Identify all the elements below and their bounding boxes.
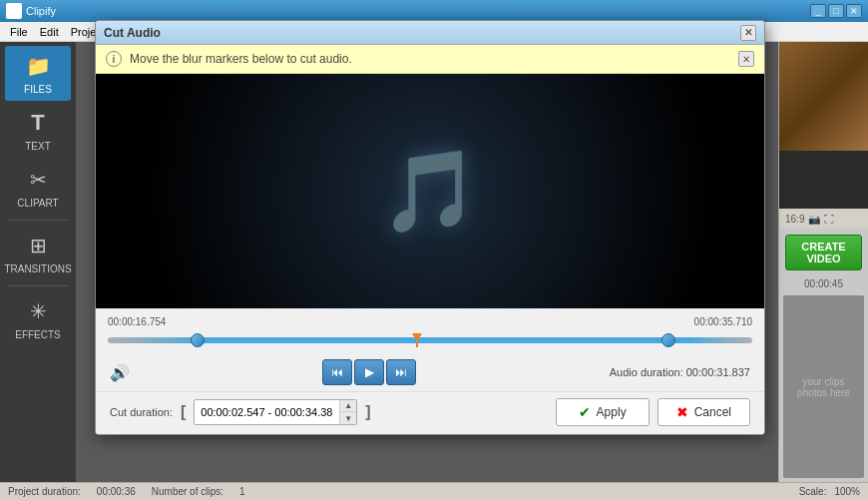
duration-input-wrapper[interactable]: ▲ ▼	[194, 399, 357, 425]
video-preview: 🎵	[96, 74, 764, 308]
play-button[interactable]: ▶	[354, 359, 384, 385]
audio-duration: Audio duration: 00:00:31.837	[610, 366, 750, 378]
info-message: Move the blur markers below to cut audio…	[130, 52, 352, 66]
timeline-end-label: 00:00:35.710	[694, 316, 752, 327]
timeline-slider-area: 00:00:16.754 00:00:35.710	[96, 308, 764, 353]
dialog-title: Cut Audio	[104, 26, 161, 40]
playback-controls: ⏮ ▶ ⏭	[322, 359, 416, 385]
timeline-start-label: 00:00:16.754	[108, 316, 166, 327]
cut-duration-row: Cut duration: [ ▲ ▼ ] ✔ Apply	[96, 391, 764, 434]
info-close-button[interactable]: ✕	[738, 51, 754, 67]
info-bar: i Move the blur markers below to cut aud…	[96, 45, 764, 74]
cancel-label: Cancel	[694, 405, 731, 419]
slider-track	[108, 337, 752, 343]
audio-duration-value: 00:00:31.837	[686, 366, 750, 378]
timeline-slider-container[interactable]	[108, 331, 752, 349]
apply-label: Apply	[597, 405, 627, 419]
volume-icon: 🔊	[110, 363, 130, 382]
slider-left-handle[interactable]	[191, 333, 205, 347]
slider-right-handle[interactable]	[661, 333, 675, 347]
skip-forward-button[interactable]: ⏭	[386, 359, 416, 385]
audio-duration-label: Audio duration:	[610, 366, 683, 378]
spin-up-button[interactable]: ▲	[340, 400, 356, 412]
skip-back-button[interactable]: ⏮	[322, 359, 352, 385]
apply-checkmark-icon: ✔	[579, 404, 591, 420]
duration-input[interactable]	[195, 403, 339, 421]
bracket-open: [	[181, 403, 186, 421]
controls-row: 🔊 ⏮ ▶ ⏭ Audio duration: 00:00:31.837	[96, 353, 764, 391]
cancel-button[interactable]: ✖ Cancel	[657, 398, 750, 426]
cut-audio-dialog: Cut Audio ✕ i Move the blur markers belo…	[95, 20, 765, 435]
app-window: Clipify _ □ ✕ File Edit Project Video To…	[0, 0, 868, 500]
spin-buttons: ▲ ▼	[339, 400, 356, 424]
dialog-title-bar: Cut Audio ✕	[96, 21, 764, 45]
info-icon: i	[106, 51, 122, 67]
cut-duration-label: Cut duration:	[110, 406, 173, 418]
timeline-labels: 00:00:16.754 00:00:35.710	[108, 316, 752, 327]
apply-button[interactable]: ✔ Apply	[556, 398, 650, 426]
info-bar-left: i Move the blur markers below to cut aud…	[106, 51, 352, 67]
cancel-x-icon: ✖	[676, 404, 688, 420]
dialog-overlay: Cut Audio ✕ i Move the blur markers belo…	[0, 0, 868, 500]
dialog-close-button[interactable]: ✕	[740, 25, 756, 41]
spin-down-button[interactable]: ▼	[340, 412, 356, 424]
apply-cancel-area: ✔ Apply ✖ Cancel	[556, 398, 750, 426]
music-note-icon: 🎵	[380, 145, 480, 239]
playhead-marker	[412, 333, 422, 347]
bracket-close: ]	[365, 403, 370, 421]
